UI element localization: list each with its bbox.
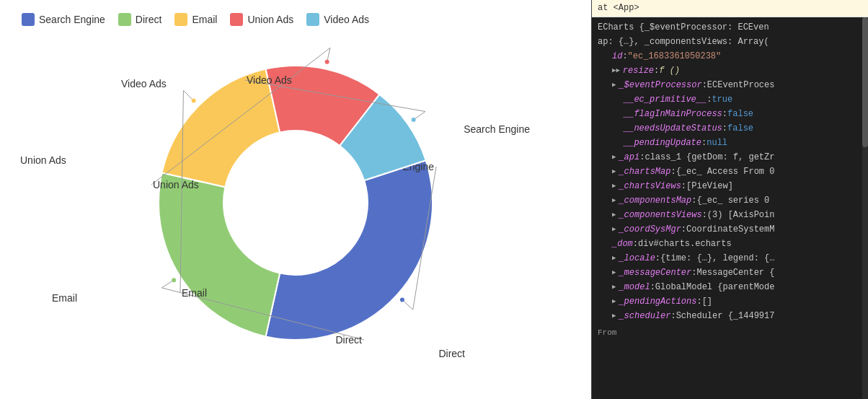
val: GlobalModel {parentMode (655, 281, 775, 294)
toggle[interactable]: ▶ (612, 165, 616, 178)
devtools-line-7: __needsUpdateStatus: false (592, 121, 868, 136)
chart-legend: Search EngineDirectEmailUnion AdsVideo A… (0, 0, 591, 26)
label-text-3: Union Ads (153, 179, 199, 190)
val: null (707, 136, 727, 149)
donut-segment-direct[interactable] (159, 173, 280, 337)
chart-panel: Search EngineDirectEmailUnion AdsVideo A… (0, 0, 591, 399)
key: _messageCenter (619, 266, 691, 279)
val: {_ec_ Access From 0 (676, 165, 775, 178)
scrollbar-track (862, 17, 868, 399)
devtools-line-8: __pendingUpdate: null (592, 136, 868, 150)
val: {_ec_ series 0 (696, 194, 769, 207)
label-union-ads: Union Ads (20, 154, 66, 166)
label-direct: Direct (438, 348, 465, 359)
legend-dot (22, 13, 35, 26)
toggle[interactable]: ▶ (612, 223, 616, 236)
key: _coordSysMgr (619, 223, 681, 236)
toggle[interactable]: ▶ (612, 64, 620, 77)
devtools-line-0: ECharts {_$eventProcessor: ECEven (592, 20, 868, 35)
key: _model (619, 281, 650, 294)
devtools-line-6: __flagInMainProcess: false (592, 107, 868, 121)
legend-dot (306, 13, 319, 26)
toggle[interactable]: ▶ (612, 295, 616, 308)
key: __ec_primitive__ (624, 93, 707, 106)
legend-item-direct[interactable]: Direct (118, 13, 162, 26)
devtools-line-4: ▶_$eventProcessor: ECEventProces (592, 78, 868, 92)
legend-label: Email (192, 14, 217, 25)
val: {time: {…}, legend: {… (660, 252, 774, 265)
toggle[interactable]: ▶ (612, 194, 616, 207)
val: CoordinateSystemM (686, 223, 774, 236)
devtools-line-20: ▶_scheduler: Scheduler {_1449917 (592, 309, 868, 323)
from-label: From (598, 326, 616, 339)
toggle[interactable]: ▶ (612, 180, 616, 193)
devtools-line-9: ▶_api: class_1 {getDom: f, getZr (592, 150, 868, 165)
key: _scheduler (619, 310, 670, 323)
devtools-panel: at <App> ECharts {_$eventProcessor: ECEv… (591, 0, 868, 399)
key: _locale (619, 252, 655, 265)
toggle[interactable]: ▶ (612, 266, 616, 279)
val: [PieView] (686, 180, 733, 193)
devtools-header: at <App> (592, 0, 868, 17)
label-dot-4 (412, 118, 416, 122)
legend-item-search-engine[interactable]: Search Engine (22, 13, 105, 26)
val: f () (659, 64, 680, 77)
toggle[interactable]: ▶ (612, 281, 616, 294)
legend-label: Search Engine (39, 14, 105, 25)
val: ECEventProces (707, 79, 775, 92)
label-dot-2 (192, 99, 196, 103)
devtools-line-2: id: "ec_1683361050238" (592, 49, 868, 63)
key: resize (623, 64, 654, 77)
key: id (612, 50, 622, 63)
key: _componentsMap (619, 194, 691, 207)
toggle[interactable]: ▶ (612, 209, 616, 222)
devtools-line-14: ▶_coordSysMgr: CoordinateSystemM (592, 222, 868, 237)
key: _chartsViews (619, 180, 681, 193)
scrollbar-thumb[interactable] (862, 17, 868, 147)
label-text-1: Direct (335, 334, 362, 346)
devtools-body[interactable]: ECharts {_$eventProcessor: ECEvenap: {…}… (592, 17, 868, 399)
legend-item-email[interactable]: Email (174, 13, 217, 26)
key: _dom (612, 237, 633, 250)
legend-label: Direct (136, 14, 162, 25)
legend-dot (230, 13, 243, 26)
label-dot-0 (400, 298, 404, 302)
val: "ec_1683361050238" (628, 50, 722, 63)
val: (3) [AxisPoin (707, 209, 775, 222)
devtools-line-18: ▶_model: GlobalModel {parentMode (592, 280, 868, 294)
toggle[interactable]: ▶ (612, 79, 616, 92)
key: _pendingActions (619, 295, 696, 308)
val: div#charts.echarts (638, 237, 732, 250)
val: Scheduler {_1449917 (676, 310, 775, 323)
devtools-line-5: __ec_primitive__: true (592, 92, 868, 107)
val: false (727, 108, 753, 120)
label-text-2: Email (182, 287, 207, 299)
val: true (712, 93, 732, 106)
devtools-line-1: ap: {…}, _componentsViews: Array( (592, 35, 868, 49)
legend-dot (118, 13, 131, 26)
devtools-line-15: _dom: div#charts.echarts (592, 237, 868, 251)
devtools-line-12: ▶_componentsMap: {_ec_ series 0 (592, 193, 868, 208)
key: __flagInMainProcess (624, 108, 722, 120)
donut-segment-search-engine[interactable] (266, 160, 433, 340)
devtools-line-16: ▶_locale: {time: {…}, legend: {… (592, 251, 868, 266)
val: MessageCenter { (696, 266, 774, 279)
devtools-line-17: ▶_messageCenter: MessageCenter { (592, 266, 868, 280)
legend-item-union-ads[interactable]: Union Ads (230, 13, 293, 26)
devtools-line-11: ▶_chartsViews: [PieView] (592, 179, 868, 193)
key: _$eventProcessor (619, 79, 701, 92)
toggle[interactable]: ▶ (612, 252, 616, 265)
toggle[interactable]: ▶ (612, 151, 616, 164)
legend-dot (174, 13, 187, 26)
label-dot-1 (172, 278, 176, 282)
legend-item-video-ads[interactable]: Video Ads (306, 13, 369, 26)
devtools-text: ap: {…}, _componentsViews: Array( (598, 35, 769, 48)
key: __pendingUpdate (624, 136, 701, 149)
donut-segment-email[interactable] (162, 69, 280, 188)
val: [] (702, 295, 712, 308)
devtools-text: ECharts {_$eventProcessor: ECEven (598, 21, 769, 34)
toggle[interactable]: ▶ (612, 310, 616, 323)
key: __needsUpdateStatus (624, 122, 722, 135)
devtools-line-3: ▶resize: f () (592, 63, 868, 78)
chart-area: Search EngineDirectEmailUnion AdsVideo A… (0, 26, 591, 380)
